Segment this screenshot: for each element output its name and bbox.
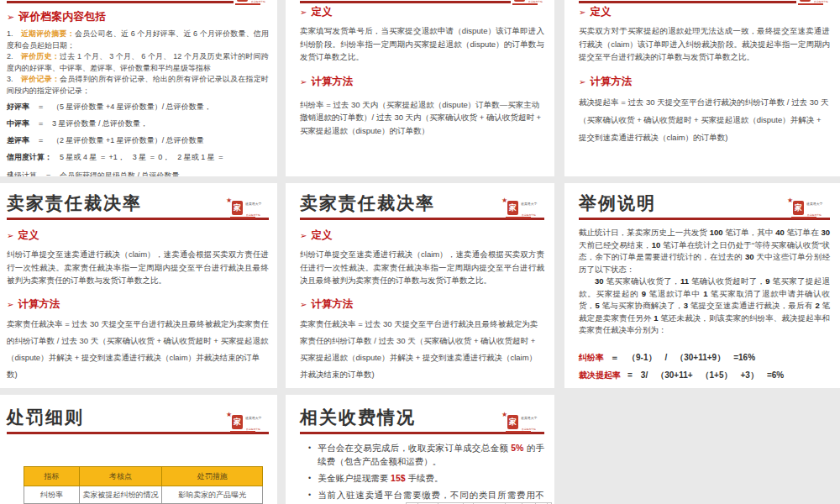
logo-rule xyxy=(506,217,531,218)
brand-logo: ★ 家 速卖通大学 跨境电商学院 xyxy=(504,200,541,223)
formula-line: 中评率 ＝ 3 星评价数量 / 总评价数量， xyxy=(7,115,269,132)
bullet-icon: • xyxy=(308,441,311,468)
section-heading-definition: ➢定义 xyxy=(579,6,830,18)
logo-rule xyxy=(230,217,255,218)
brand-logo: ★ 家 速卖通大学 跨境电商学院 xyxy=(228,414,265,438)
logo-text: 速卖通大学 xyxy=(521,416,538,420)
slide-claim-rate[interactable]: ★ 家 速卖通大学 跨境电商学院 ➢定义 买卖双方对于买家提起的退款处理无法达成… xyxy=(564,0,840,176)
section-heading-review-archive: ➢评价档案内容包括 xyxy=(7,9,269,24)
arrow-icon: ➢ xyxy=(300,300,307,309)
logo-subtext: 跨境电商学院 xyxy=(246,213,260,217)
stamp-icon: 家 xyxy=(232,201,243,215)
arrow-icon: ➢ xyxy=(579,77,585,87)
calculation-text: 裁决提起率 = 过去 30 天提交至平台进行裁决的纠纷订单数 / 过去 30 天… xyxy=(579,93,830,146)
definition-text: 纠纷订单提交至速卖通进行裁决（claim），速卖通会根据买卖双方责任进行一次性裁… xyxy=(7,248,269,287)
result-line: 纠纷率＝ （9-1） / （30+11+9） =16% xyxy=(579,349,830,367)
logo-subtext: 跨境电商学院 xyxy=(522,213,536,217)
example-paragraph: 30 笔买家确认收货了，11 笔确认收货超时了，9 笔买家了提起退款。买家提起的… xyxy=(579,276,830,337)
bullet-icon: • xyxy=(308,471,311,485)
logo-rule xyxy=(506,431,531,433)
arrow-icon: ➢ xyxy=(300,77,307,87)
slide-example[interactable]: 举例说明 ★ 家 速卖通大学 跨境电商学院 截止统计日，某卖家历史上一共发货 1… xyxy=(564,183,840,388)
logo-text: 速卖通大学 xyxy=(245,202,262,206)
bullet-item: • 美金账户提现需要 15$ 手续费。 xyxy=(300,471,544,485)
arrow-icon: ➢ xyxy=(7,231,13,240)
stamp-icon: 家 xyxy=(793,201,804,215)
table-header-cell: 指标 xyxy=(24,467,80,486)
slide-grid: ★ 家 速卖通大学 跨境电商学院 ➢评价档案内容包括 1. 近期评价摘要：会员公… xyxy=(0,0,840,504)
slide-penalty-rules[interactable]: 处罚细则 ★ 家 速卖通大学 跨境电商学院 指标 考核点 处罚措施 纠纷率 xyxy=(0,395,277,504)
arrow-icon: ➢ xyxy=(7,300,13,309)
list-item: 3. 评价记录：会员得到的所有评价记录、给出的所有评价记录以及在指定时间段内的指… xyxy=(7,74,269,97)
section-heading-calculation: ➢计算方法 xyxy=(300,76,544,88)
section-heading-calculation: ➢计算方法 xyxy=(300,298,544,311)
bullet-item: • 平台会在交易完成后，收取卖家订单成交总金额 5% 的手续费（包含产品金额和运… xyxy=(300,441,544,468)
stamp-icon: 家 xyxy=(507,415,518,429)
calculation-text: 纠纷率 = 过去 30 天内（买家提起退款（dispute）订单数—买家主动撤销… xyxy=(300,98,544,138)
section-heading-calculation: ➢计算方法 xyxy=(579,76,830,88)
calculation-text: 卖家责任裁决率 = 过去 30 天提交至平台进行裁决且最终被裁定为卖家责任的纠纷… xyxy=(300,316,544,383)
arrow-icon: ➢ xyxy=(7,12,14,22)
logo-text: 速卖通大学 xyxy=(245,416,262,420)
formula-line: 信用度计算： 5 星或 4 星 ＝ +1， 3 星 ＝ 0， 2 星或 1 星 … xyxy=(7,149,269,165)
table-header-cell: 处罚措施 xyxy=(162,467,263,486)
table-header-row: 指标 考核点 处罚措施 xyxy=(24,467,263,486)
calculation-text: 卖家责任裁决率 = 过去 30 天提交至平台进行裁决且最终被裁定为卖家责任的纠纷… xyxy=(7,316,269,383)
clipped-formula-line: 星级计算 ＝ 会员所获得的星级总数 / 总评价数量 xyxy=(7,171,180,176)
result-line: 卖家责任裁决率= 2/ （30+11+ （1+5） +2） =4.1% xyxy=(579,385,830,389)
slide-dispute-rate[interactable]: ★ 家 速卖通大学 跨境电商学院 ➢定义 卖家填写发货单号后，当买家提交退款申请… xyxy=(286,0,554,176)
list-item: 1. 近期评价摘要：会员公司名、近 6 个月好评率、近 6 个月评价数量、信用度… xyxy=(7,29,269,51)
logo-subtext: 跨境电商学院 xyxy=(246,428,260,431)
table-cell: 影响卖家的产品曝光 xyxy=(162,486,263,504)
penalty-table: 指标 考核点 处罚措施 纠纷率 卖家被提起纠纷的情况 影响卖家的产品曝光 xyxy=(24,466,263,504)
table-cell: 卖家被提起纠纷的情况 xyxy=(79,486,162,504)
example-paragraph: 截止统计日，某卖家历史上一共发货 100 笔订单，其中 40 笔订单在 30 天… xyxy=(579,227,830,276)
result-line: 裁决提起率= 3/ （30+11+ （1+5） +3） =6% xyxy=(579,366,830,385)
logo-subtext: 跨境电商学院 xyxy=(522,428,536,431)
definition-text: 卖家填写发货单号后，当买家提交退款申请（dispute）该订单即进入纠纷阶段。纠… xyxy=(300,24,544,64)
slide-seller-responsibility-rate-2[interactable]: 卖家责任裁决率 ★ 家 速卖通大学 跨境电商学院 ➢定义 纠纷订单提交至速卖通进… xyxy=(286,183,554,388)
definition-text: 买卖双方对于买家提起的退款处理无法达成一致，最终提交至速卖通进行裁决（claim… xyxy=(579,24,830,64)
table-header-cell: 考核点 xyxy=(79,467,162,486)
definition-text: 纠纷订单提交至速卖通进行裁决（claim），速卖通会根据买卖双方责任进行一次性裁… xyxy=(300,248,544,287)
logo-subtext: 跨境电商学院 xyxy=(807,213,822,217)
section-heading-definition: ➢定义 xyxy=(300,6,544,18)
section-heading-definition: ➢定义 xyxy=(7,229,269,242)
logo-rule xyxy=(791,217,816,218)
arrow-icon: ➢ xyxy=(579,8,585,17)
section-heading-calculation: ➢计算方法 xyxy=(7,298,269,311)
brand-logo: ★ 家 速卖通大学 跨境电商学院 xyxy=(504,414,541,438)
logo-rule xyxy=(230,431,255,433)
table-row: 纠纷率 卖家被提起纠纷的情况 影响卖家的产品曝光 xyxy=(24,486,263,504)
logo-text: 速卖通大学 xyxy=(521,202,538,206)
stamp-icon: 家 xyxy=(507,201,518,215)
arrow-icon: ➢ xyxy=(300,8,307,17)
slide-review-archive[interactable]: ★ 家 速卖通大学 跨境电商学院 ➢评价档案内容包括 1. 近期评价摘要：会员公… xyxy=(0,0,277,176)
slide-seller-responsibility-rate-1[interactable]: 卖家责任裁决率 ★ 家 速卖通大学 跨境电商学院 ➢定义 纠纷订单提交至速卖通进… xyxy=(0,183,277,388)
brand-logo: ★ 家 速卖通大学 跨境电商学院 xyxy=(790,200,827,223)
slide-fees[interactable]: 相关收费情况 ★ 家 速卖通大学 跨境电商学院 • 平台会在交易完成后，收取卖家… xyxy=(286,395,554,504)
brand-logo: ★ 家 速卖通大学 跨境电商学院 xyxy=(228,200,265,223)
arrow-icon: ➢ xyxy=(300,231,307,240)
logo-text: 速卖通大学 xyxy=(806,202,823,206)
formula-line: 差评率 ＝ （2 星评价数量 +1 星评价数量）/ 总评价数量 xyxy=(7,132,269,149)
bullet-icon: • xyxy=(308,488,311,504)
formula-line: 好评率 ＝ （5 星评价数量 +4 星评价数量）/ 总评价数量， xyxy=(7,98,269,115)
list-item: 2. 评价历史：过去 1 个月、 3 个月、 6 个月、 12 个月及历史累计的… xyxy=(7,51,269,74)
stamp-icon: 家 xyxy=(232,415,243,429)
table-cell: 纠纷率 xyxy=(24,486,80,504)
section-heading-definition: ➢定义 xyxy=(300,229,544,242)
